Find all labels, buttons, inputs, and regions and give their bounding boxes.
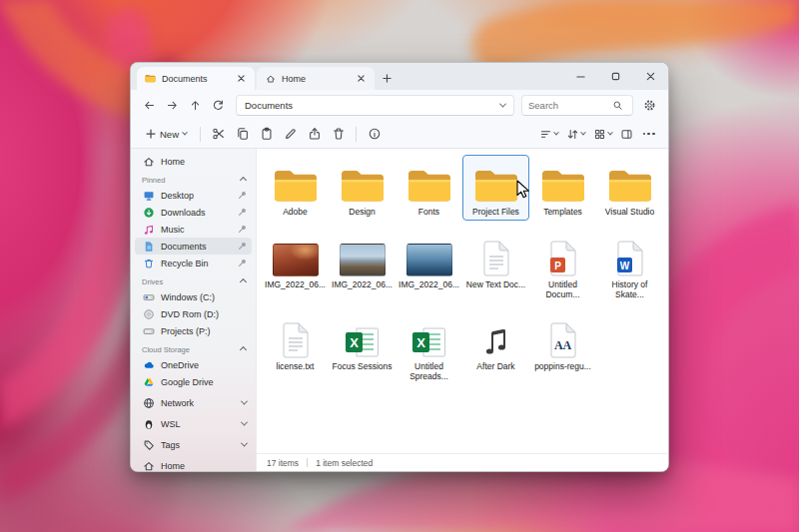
file-item-templates[interactable]: Templates — [529, 155, 596, 221]
file-item-label: New Text Doc... — [464, 280, 528, 290]
chevron-down-icon[interactable] — [499, 100, 506, 107]
layout-view-button[interactable] — [589, 123, 616, 145]
new-button[interactable]: New — [139, 123, 194, 145]
file-item-untitled-spreadsheet[interactable]: X Untitled Spreads... — [396, 309, 462, 385]
sidebar: Home Pinned Desktop Downloads — [131, 149, 257, 471]
search-input[interactable] — [528, 100, 612, 111]
windows-drive-icon — [142, 290, 155, 303]
section-label: Pinned — [142, 176, 241, 185]
sidebar-item-downloads[interactable]: Downloads — [135, 204, 252, 221]
minimize-button[interactable] — [563, 63, 598, 90]
copy-button[interactable] — [231, 123, 254, 145]
up-button[interactable] — [185, 95, 206, 116]
file-item-poppins-font[interactable]: AA poppins-regu... — [529, 309, 596, 385]
folder-icon — [144, 72, 157, 85]
text-document-icon — [482, 241, 510, 276]
group-by-button[interactable] — [535, 123, 562, 145]
delete-button[interactable] — [327, 123, 350, 145]
rename-pencil-icon — [284, 127, 298, 141]
chevron-down-icon — [581, 130, 587, 136]
cut-button[interactable] — [207, 123, 230, 145]
chevron-up-icon — [240, 176, 247, 183]
address-bar[interactable]: Documents — [236, 95, 514, 116]
pin-icon — [238, 191, 247, 200]
settings-gear-icon[interactable] — [639, 95, 660, 116]
window-body: Home Pinned Desktop Downloads — [131, 149, 668, 471]
window-controls — [563, 63, 668, 90]
photo-thumbnail — [406, 244, 452, 276]
file-item-adobe[interactable]: Adobe — [262, 155, 329, 221]
paste-button[interactable] — [255, 123, 278, 145]
share-button[interactable] — [303, 123, 326, 145]
tab-documents[interactable]: Documents — [137, 67, 255, 90]
folder-icon — [540, 168, 586, 204]
file-item-new-text-doc[interactable]: New Text Doc... — [462, 228, 529, 303]
forward-button[interactable] — [162, 95, 183, 116]
chevron-down-icon — [241, 419, 248, 426]
file-item-label: Fonts — [398, 208, 461, 218]
sidebar-section-pinned[interactable]: Pinned — [131, 173, 256, 187]
new-button-label: New — [160, 129, 179, 140]
main-pane: Adobe Design Fonts Project Files Templat… — [257, 149, 668, 471]
tab-home[interactable]: Home — [257, 67, 375, 90]
sidebar-item-tag-home[interactable]: Home — [135, 457, 252, 471]
tab-close-icon[interactable] — [235, 72, 248, 85]
file-item-history-of-skate[interactable]: W History of Skate... — [596, 228, 663, 303]
sidebar-item-desktop[interactable]: Desktop — [135, 187, 252, 204]
sidebar-section-cloud-storage[interactable]: Cloud Storage — [131, 342, 256, 356]
file-item-design[interactable]: Design — [329, 155, 396, 221]
svg-text:X: X — [416, 335, 425, 350]
details-pane-icon — [620, 128, 633, 141]
sidebar-item-onedrive[interactable]: OneDrive — [135, 356, 252, 373]
grid-view-icon — [593, 128, 606, 141]
file-item-img3[interactable]: IMG_2022_06... — [396, 228, 462, 303]
back-button[interactable] — [139, 95, 160, 116]
sidebar-item-windows-c[interactable]: Windows (C:) — [135, 288, 252, 305]
maximize-button[interactable] — [598, 63, 633, 90]
file-item-visual-studio[interactable]: Visual Studio — [596, 155, 663, 221]
close-button[interactable] — [633, 63, 668, 90]
sidebar-item-wsl[interactable]: WSL — [135, 415, 252, 432]
rename-button[interactable] — [279, 123, 302, 145]
svg-text:X: X — [350, 335, 359, 350]
sidebar-item-tags[interactable]: Tags — [135, 436, 252, 453]
sort-button[interactable] — [562, 123, 589, 145]
sidebar-item-label: Desktop — [161, 191, 232, 201]
refresh-button[interactable] — [208, 95, 229, 116]
file-item-focus-sessions[interactable]: X Focus Sessions — [329, 309, 396, 385]
file-item-license[interactable]: license.txt — [262, 309, 329, 385]
sidebar-item-recycle-bin[interactable]: Recycle Bin — [135, 255, 252, 271]
more-button[interactable] — [637, 123, 660, 145]
download-icon — [142, 206, 155, 219]
info-button[interactable] — [363, 123, 386, 145]
sidebar-section-drives[interactable]: Drives — [131, 274, 256, 288]
file-item-after-dark[interactable]: After Dark — [462, 309, 529, 385]
sidebar-item-home[interactable]: Home — [135, 153, 252, 170]
file-item-fonts[interactable]: Fonts — [396, 155, 462, 221]
tab-close-icon[interactable] — [355, 72, 368, 85]
navigation-bar: Documents — [131, 90, 668, 120]
sidebar-item-google-drive[interactable]: Google Drive — [135, 373, 252, 390]
desktop-monitor-icon — [142, 189, 155, 202]
drive-icon — [142, 324, 155, 337]
copy-icon — [236, 127, 250, 141]
sidebar-item-dvd-d[interactable]: DVD Rom (D:) — [135, 305, 252, 322]
search-box[interactable] — [521, 95, 633, 116]
file-item-img1[interactable]: IMG_2022_06... — [262, 228, 329, 303]
details-pane-button[interactable] — [616, 123, 637, 145]
file-item-label: IMG_2022_06... — [398, 280, 461, 290]
sidebar-item-music[interactable]: Music — [135, 221, 252, 238]
sidebar-item-label: DVD Rom (D:) — [161, 309, 247, 319]
pin-icon — [238, 225, 247, 234]
photo-thumbnail — [340, 244, 386, 276]
sidebar-item-label: WSL — [161, 419, 236, 429]
sidebar-item-documents[interactable]: Documents — [135, 238, 252, 255]
sidebar-item-network[interactable]: Network — [135, 394, 252, 411]
file-item-untitled-ppt[interactable]: P Untitled Docum... — [529, 228, 596, 303]
home-tag-icon — [142, 459, 155, 471]
sidebar-item-label: Projects (P:) — [161, 326, 247, 336]
file-item-img2[interactable]: IMG_2022_06... — [329, 228, 396, 303]
chevron-up-icon — [240, 345, 247, 352]
sidebar-item-projects-p[interactable]: Projects (P:) — [135, 322, 252, 339]
new-tab-button[interactable] — [381, 72, 394, 85]
